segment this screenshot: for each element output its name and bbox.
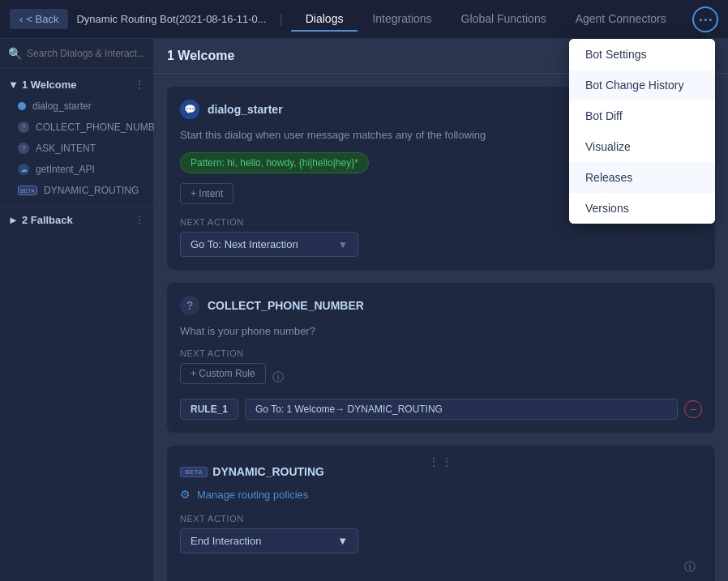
add-custom-rule-button[interactable]: + Custom Rule: [180, 363, 266, 384]
manage-routing-link[interactable]: ⚙ Manage routing policies: [180, 488, 702, 501]
sidebar-item-dialog-starter[interactable]: dialog_starter: [0, 96, 153, 117]
collect-phone-card-title: COLLECT_PHONE_NUMBER: [208, 299, 364, 312]
chevron-down-icon: ▼: [8, 79, 19, 91]
card-collect-phone-number: ? COLLECT_PHONE_NUMBER What is your phon…: [167, 283, 715, 433]
tab-agent-connectors[interactable]: Agent Connectors: [561, 7, 681, 32]
dropdown-item-releases[interactable]: Releases: [569, 162, 715, 193]
group-welcome-more-icon[interactable]: ⋮: [134, 78, 145, 91]
rule-tag: RULE_1: [180, 399, 238, 420]
footer-info-icon[interactable]: ⓘ: [684, 560, 696, 575]
intent-pattern: Pattern: hi, hello, howdy, {hi|hello|hey…: [180, 152, 369, 173]
end-interaction-select[interactable]: End Interaction ▼: [180, 528, 358, 553]
drag-handle-icon: ⋮⋮: [428, 455, 454, 468]
dropdown-item-visualize[interactable]: Visualize: [569, 131, 715, 162]
sidebar-item-label: DYNAMIC_ROUTING: [44, 185, 139, 196]
dynamic-routing-card-title: DYNAMIC_ROUTING: [212, 465, 324, 478]
top-nav: ‹ < Back Dynamic Routing Bot(2021-08-16-…: [0, 0, 728, 39]
sidebar-item-collect-phone-number[interactable]: ? COLLECT_PHONE_NUMBER: [0, 117, 153, 138]
group-fallback-more-icon[interactable]: ⋮: [134, 213, 145, 226]
beta-badge: BETA: [180, 467, 208, 477]
add-intent-label: + Intent: [191, 188, 223, 199]
search-bar: 🔍 ☰: [0, 39, 153, 68]
sidebar-item-label: COLLECT_PHONE_NUMBER: [36, 122, 168, 133]
sidebar-group-fallback: ► 2 Fallback ⋮: [0, 206, 153, 233]
sidebar-item-label: getIntent_API: [36, 164, 95, 175]
next-action-select-1[interactable]: Go To: Next Interaction ▼: [180, 232, 358, 257]
content-title: 1 Welcome: [167, 49, 234, 63]
sidebar-item-dynamic-routing[interactable]: BETA DYNAMIC_ROUTING: [0, 180, 153, 201]
sidebar: 🔍 ☰ ▼ 1 Welcome ⋮ dialog_starter ? COLLE…: [0, 39, 154, 581]
dialog-starter-card-icon: 💬: [180, 100, 199, 119]
collect-phone-card-icon: ?: [180, 296, 199, 315]
footer-info: ⓘ: [180, 553, 702, 581]
dialog-starter-card-title: dialog_starter: [208, 103, 283, 116]
sidebar-item-get-intent-api[interactable]: ☁ getIntent_API: [0, 159, 153, 180]
search-icon: 🔍: [8, 47, 22, 60]
end-interaction-value: End Interaction: [191, 535, 261, 547]
sidebar-item-label: dialog_starter: [32, 100, 92, 112]
dropdown-item-bot-change-history[interactable]: Bot Change History: [569, 70, 715, 100]
sidebar-item-ask-intent[interactable]: ? ASK_INTENT: [0, 138, 153, 159]
sidebar-group-welcome-header[interactable]: ▼ 1 Welcome ⋮: [0, 73, 153, 96]
nav-right: ⋯: [692, 6, 718, 32]
sidebar-group-welcome-title: ▼ 1 Welcome: [8, 79, 77, 91]
ask-intent-icon: ?: [18, 143, 29, 154]
sidebar-group-fallback-header[interactable]: ► 2 Fallback ⋮: [0, 208, 153, 231]
sidebar-group-fallback-title: ► 2 Fallback: [8, 214, 73, 226]
beta-badge-icon: BETA: [18, 186, 37, 195]
remove-rule-button[interactable]: −: [684, 400, 702, 418]
chevron-down-icon-3: ▼: [337, 535, 348, 547]
add-rule-label: + Custom Rule: [191, 368, 255, 379]
dialog-starter-dot: [18, 102, 26, 110]
back-arrow-icon: ‹: [19, 13, 23, 25]
back-button[interactable]: ‹ < Back: [10, 9, 68, 29]
sidebar-item-label: ASK_INTENT: [36, 143, 96, 154]
nav-divider: |: [280, 12, 283, 27]
collect-phone-subtitle: What is your phone number?: [180, 325, 702, 337]
card-dynamic-routing: ⋮⋮ BETA DYNAMIC_ROUTING ⚙ Manage routing…: [167, 446, 715, 581]
card-collect-phone-header: ? COLLECT_PHONE_NUMBER: [180, 296, 702, 315]
rule-row: RULE_1 Go To: 1 Welcome→ DYNAMIC_ROUTING…: [180, 399, 702, 420]
chevron-down-icon-1: ▼: [338, 239, 348, 250]
next-action-value-1: Go To: Next Interaction: [191, 238, 298, 250]
dropdown-menu: Bot Settings Bot Change History Bot Diff…: [569, 39, 715, 224]
tab-global-functions[interactable]: Global Functions: [447, 7, 561, 32]
rule-goto-value: Go To: 1 Welcome→ DYNAMIC_ROUTING: [245, 399, 678, 420]
add-intent-button[interactable]: + Intent: [180, 183, 233, 204]
get-intent-icon: ☁: [18, 164, 29, 175]
search-input[interactable]: [27, 48, 148, 59]
back-label: < Back: [26, 13, 58, 25]
collect-phone-icon: ?: [18, 122, 29, 133]
bot-title: Dynamic Routing Bot(2021-08-16-11-0...: [76, 13, 266, 25]
next-action-label-2: Next Action: [180, 348, 702, 358]
chevron-right-icon: ►: [8, 214, 19, 226]
tab-dialogs[interactable]: Dialogs: [291, 7, 358, 32]
nav-tabs: Dialogs Integrations Global Functions Ag…: [291, 7, 681, 32]
sidebar-group-welcome: ▼ 1 Welcome ⋮ dialog_starter ? COLLECT_P…: [0, 68, 153, 206]
gear-icon: ⚙: [180, 488, 191, 501]
rule-info-icon[interactable]: ⓘ: [272, 370, 284, 385]
dropdown-item-bot-diff[interactable]: Bot Diff: [569, 100, 715, 131]
next-action-label-3: Next Action: [180, 514, 702, 523]
tab-integrations[interactable]: Integrations: [358, 7, 446, 32]
manage-routing-label: Manage routing policies: [197, 489, 308, 501]
dropdown-item-versions[interactable]: Versions: [569, 193, 715, 224]
dropdown-item-bot-settings[interactable]: Bot Settings: [569, 39, 715, 70]
more-options-button[interactable]: ⋯: [692, 6, 718, 32]
